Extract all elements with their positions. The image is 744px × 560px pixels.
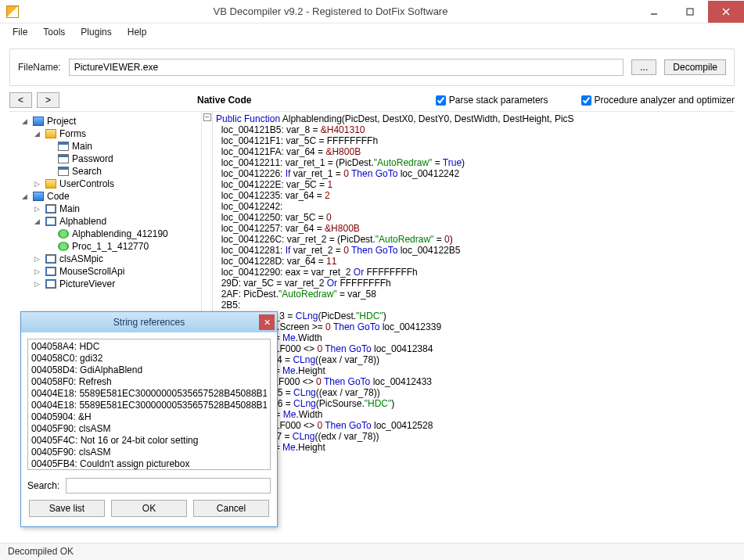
tree-form-main[interactable]: Main: [47, 140, 201, 153]
search-label: Search:: [27, 480, 59, 491]
window-title: VB Decompiler v9.2 - Registered to DotFi…: [25, 5, 636, 17]
parse-stack-label: Parse stack parameters: [449, 95, 548, 106]
menu-tools[interactable]: Tools: [37, 25, 71, 39]
code-root-icon: [33, 192, 44, 201]
ok-button[interactable]: OK: [111, 500, 187, 517]
search-input[interactable]: [66, 478, 271, 494]
form-icon: [58, 142, 69, 151]
string-references-dialog: String references ✕ 004058A4: HDC004058C…: [20, 311, 278, 527]
tree-forms[interactable]: ◢Forms: [34, 127, 201, 140]
browse-button[interactable]: ...: [631, 59, 656, 75]
menu-help[interactable]: Help: [121, 25, 153, 39]
decompile-button[interactable]: Decompile: [664, 59, 726, 75]
tree-proc-1-1[interactable]: Proc_1_1_412770: [47, 240, 201, 253]
code-view[interactable]: − Public Function Alphablending(PicDest,…: [202, 112, 735, 522]
filename-panel: FileName: ... Decompile: [9, 48, 735, 86]
folder-icon: [45, 129, 56, 138]
dialog-title: String references: [113, 317, 185, 328]
string-list-item[interactable]: 00405F90: clsASM: [31, 423, 267, 435]
cancel-button[interactable]: Cancel: [193, 500, 269, 517]
tree-form-password[interactable]: Password: [47, 153, 201, 165]
string-listbox[interactable]: 004058A4: HDC004058C0: gdi32004058D4: Gd…: [27, 339, 271, 470]
module-icon: [45, 254, 56, 264]
module-icon: [45, 279, 56, 289]
filename-input[interactable]: [69, 59, 624, 76]
form-icon: [58, 154, 69, 163]
string-list-item[interactable]: 00405F90: clsASM: [31, 447, 267, 458]
nav-forward-button[interactable]: >: [37, 92, 59, 108]
menu-plugins[interactable]: Plugins: [74, 25, 117, 39]
tree-usercontrols[interactable]: ▷UserControls: [34, 178, 201, 190]
proc-analyzer-input[interactable]: [581, 95, 591, 106]
parse-stack-input[interactable]: [436, 95, 446, 106]
proc-analyzer-label: Procedure analyzer and optimizer: [595, 95, 735, 106]
menubar: File Tools Plugins Help: [0, 23, 744, 41]
folder-icon: [45, 179, 56, 188]
tree-form-search[interactable]: Search: [47, 165, 201, 178]
module-icon: [45, 267, 56, 276]
status-bar: Decompiled OK: [0, 543, 744, 560]
tree-mousescroll[interactable]: ▷MouseScrollApi: [34, 265, 201, 278]
dialog-close-button[interactable]: ✕: [259, 314, 275, 330]
close-button[interactable]: [708, 1, 744, 23]
status-text: Decompiled OK: [8, 546, 74, 557]
tree-clsasmpic[interactable]: ▷clsASMpic: [34, 253, 201, 265]
string-list-item[interactable]: 00405FB4: Couldn't assign picturebox: [31, 458, 267, 470]
tree-alphablending-proc[interactable]: Alphablending_412190: [47, 228, 201, 240]
maximize-button[interactable]: [672, 1, 708, 23]
code-content[interactable]: Public Function Alphablending(PicDest, D…: [216, 112, 735, 454]
filename-label: FileName:: [18, 62, 61, 73]
string-list-item[interactable]: 004058A4: HDC: [31, 341, 267, 353]
string-list-item[interactable]: 00405904: &H: [31, 411, 267, 423]
options-row: < > Native Code Parse stack parameters P…: [9, 92, 735, 108]
proc-analyzer-checkbox[interactable]: Procedure analyzer and optimizer: [581, 95, 735, 106]
titlebar: VB Decompiler v9.2 - Registered to DotFi…: [0, 0, 744, 23]
string-list-item[interactable]: 004058D4: GdiAlphaBlend: [31, 364, 267, 376]
string-list-item[interactable]: 004058F0: Refresh: [31, 376, 267, 388]
nav-back-button[interactable]: <: [9, 92, 32, 108]
tree-pictureviever[interactable]: ▷PictureViever: [34, 278, 201, 290]
string-list-item[interactable]: 004058C0: gdi32: [31, 353, 267, 364]
tree-project[interactable]: ◢Project: [22, 115, 201, 127]
minimize-button[interactable]: [636, 1, 672, 23]
svg-rect-1: [687, 9, 693, 15]
string-list-item[interactable]: 00404E18: 5589E581EC30000000535657528B45…: [31, 388, 267, 400]
parse-stack-checkbox[interactable]: Parse stack parameters: [436, 95, 548, 106]
fold-toggle-icon[interactable]: −: [203, 113, 211, 121]
tree-alphablend[interactable]: ◢Alphablend: [34, 215, 201, 228]
string-list-item[interactable]: 00404E18: 5589E581EC30000000535657528B45…: [31, 400, 267, 411]
codeview-heading: Native Code: [197, 95, 251, 106]
menu-file[interactable]: File: [6, 25, 34, 39]
tree-code[interactable]: ◢Code: [22, 190, 201, 203]
procedure-icon: [58, 242, 69, 251]
module-icon: [45, 204, 56, 214]
string-list-item[interactable]: 00405F4C: Not 16 or 24-bit color setting: [31, 435, 267, 447]
project-icon: [33, 117, 44, 126]
tree-code-main[interactable]: ▷Main: [34, 203, 201, 215]
module-icon: [45, 217, 56, 226]
save-list-button[interactable]: Save list: [29, 500, 105, 517]
procedure-icon: [58, 229, 69, 239]
form-icon: [58, 167, 69, 176]
app-icon: [6, 5, 19, 18]
dialog-titlebar[interactable]: String references ✕: [21, 312, 277, 332]
